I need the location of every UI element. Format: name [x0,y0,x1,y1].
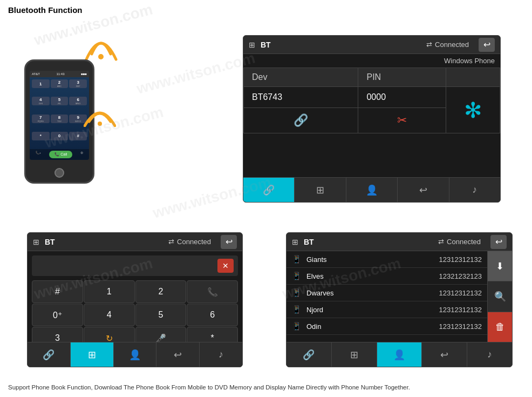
search-contacts-button[interactable]: 🔍 [488,281,512,312]
contacts-tab-link[interactable]: 🔗 [287,342,332,367]
tab-grid[interactable]: ⊞ [295,178,346,202]
device-name: BT6743 [244,87,358,108]
link-action[interactable]: 🔗 [244,108,358,133]
dialer-tab-return[interactable]: ↩ [156,342,200,367]
contacts-tab-grid[interactable]: ⊞ [332,342,377,367]
unlink-action[interactable]: ✂ [358,108,446,133]
dialer-tab-link[interactable]: 🔗 [28,342,71,367]
connection-status: ⇄ Connected [426,41,469,49]
contact-icon-5: 📱 [292,322,301,331]
windows-phone-label: Windows Phone [243,54,500,68]
contacts-back-button[interactable]: ↩ [490,235,507,249]
contacts-panel-title: BT [304,238,314,246]
contact-number-4: 12312312132 [439,306,482,314]
grid-icon: ⊞ [249,41,255,49]
contacts-arrows-icon: ⇄ [438,238,444,246]
bluetooth-icon: ✻ [464,98,482,122]
page-title: Bluetooth Function [8,5,82,15]
dialer-panel-header: ⊞ BT ⇄ Connected ↩ [28,233,242,251]
dialer-tab-contacts[interactable]: 👤 [114,342,157,367]
tab-music[interactable]: ♪ [449,178,500,202]
contacts-tab-return[interactable]: ↩ [422,342,467,367]
status-label: Connected [435,41,469,49]
contact-name-1: Giants [306,255,439,264]
pin-header: PIN [358,68,446,87]
unlink-icon: ✂ [397,113,407,127]
arrows-icon: ⇄ [426,41,432,49]
dialer-back-button[interactable]: ↩ [221,235,237,249]
contacts-connection-status: ⇄ Connected [438,238,481,246]
contacts-panel-tabs: 🔗 ⊞ 👤 ↩ ♪ [287,342,512,367]
dialer-bt-panel: ⊞ BT ⇄ Connected ↩ ✕ # 1 2 📞 0⁺ 4 5 6 3 … [27,232,243,367]
contacts-bt-panel: ⊞ BT ⇄ Connected ↩ 📱 Giants 12312312132 … [286,232,513,367]
key-4[interactable]: 4 [84,304,135,326]
tab-link[interactable]: 🔗 [243,178,295,202]
contact-icon-4: 📱 [292,305,301,314]
key-0plus[interactable]: 0⁺ [32,304,83,326]
key-2[interactable]: 2 [135,280,187,303]
contact-name-3: Dwarves [306,289,439,297]
contact-icon-1: 📱 [292,255,301,264]
contact-row-2[interactable]: 📱 Elves 12321232123 [287,268,487,285]
contact-icon-3: 📱 [292,288,301,297]
dialer-input-row: ✕ [32,255,238,276]
dialer-tab-grid[interactable]: ⊞ [71,342,114,367]
contact-list: 📱 Giants 12312312132 📱 Elves 12321232123… [287,251,487,335]
dev-header: Dev [244,68,358,87]
key-1[interactable]: 1 [84,280,135,303]
contact-number-2: 12321232123 [439,272,482,280]
contact-row-1[interactable]: 📱 Giants 12312312132 [287,251,487,268]
contacts-grid-icon: ⊞ [292,238,298,246]
contact-name-4: Njord [306,306,439,314]
dialer-status-label: Connected [177,238,211,246]
contact-number-1: 12312312132 [439,255,482,264]
dialer-tab-music[interactable]: ♪ [200,342,242,367]
pin-value: 0000 [358,87,446,108]
contact-row-5[interactable]: 📱 Odin 12312312132 [287,318,487,335]
contact-name-2: Elves [306,272,439,280]
contacts-status-label: Connected [447,238,481,246]
main-panel-tabs: 🔗 ⊞ 👤 ↩ ♪ [243,177,500,202]
back-button[interactable]: ↩ [479,38,495,52]
download-contacts-button[interactable]: ⬇ [488,251,512,281]
contact-number-5: 12312312132 [439,322,482,331]
contact-row-4[interactable]: 📱 Njord 12312312132 [287,301,487,318]
contacts-panel-header: ⊞ BT ⇄ Connected ↩ [287,233,512,251]
key-call[interactable]: 📞 [187,280,238,303]
main-panel-title: BT [261,41,271,49]
contact-number-3: 12312312132 [439,289,482,297]
key-5[interactable]: 5 [135,304,187,326]
delete-button[interactable]: ✕ [217,259,234,273]
dialer-connection-status: ⇄ Connected [168,238,211,246]
contact-name-5: Odin [306,322,439,331]
dialer-panel-tabs: 🔗 ⊞ 👤 ↩ ♪ [28,342,242,367]
key-6[interactable]: 6 [187,304,238,326]
main-bt-panel: ⊞ BT ⇄ Connected ↩ Windows Phone Dev PIN… [243,35,501,203]
main-panel-header: ⊞ BT ⇄ Connected ↩ [243,36,500,54]
delete-contact-button[interactable]: 🗑 [488,312,512,342]
contacts-tab-music[interactable]: ♪ [467,342,512,367]
dialer-panel-title: BT [45,238,55,246]
wifi-waves-bottom-icon [84,95,116,130]
contact-icon-2: 📱 [292,272,301,280]
dialer-arrows-icon: ⇄ [168,238,174,246]
key-hash[interactable]: # [32,280,83,303]
tab-return[interactable]: ↩ [398,178,449,202]
tab-contacts[interactable]: 👤 [346,178,398,202]
device-table: Dev PIN BT6743 0000 ✻ 🔗 [243,68,500,133]
contacts-tab-contacts[interactable]: 👤 [377,342,422,367]
svg-point-1 [98,122,102,126]
dialer-grid-icon: ⊞ [33,238,39,246]
footer-text: Support Phone Book Function, Download Th… [8,384,524,391]
link-icon: 🔗 [294,113,308,127]
contact-row-3[interactable]: 📱 Dwarves 12312312132 [287,285,487,301]
